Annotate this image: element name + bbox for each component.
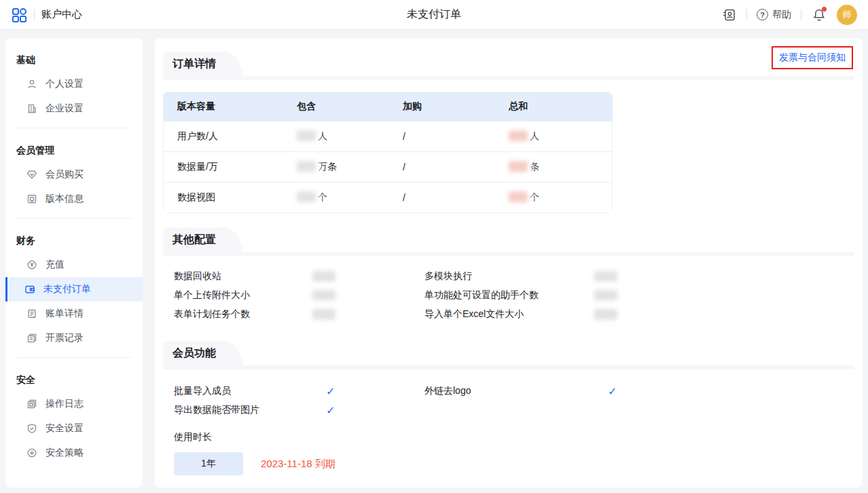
config-value [312, 305, 424, 324]
duration-row: 1年 2023-11-18 到期 [174, 452, 854, 475]
sidebar-item-operation-log[interactable]: 操作日志 [5, 392, 143, 416]
redacted-value [297, 191, 316, 202]
building-icon [26, 103, 37, 114]
total-value: 个 [495, 182, 612, 213]
feature-label: 外链去logo [424, 382, 594, 401]
redacted-value [509, 161, 528, 172]
addon-value: / [389, 151, 495, 182]
divider [746, 10, 747, 20]
config-value [594, 305, 730, 324]
wallet-icon [24, 284, 35, 295]
config-label: 数据回收站 [174, 267, 312, 286]
sidebar-item-unpaid-orders[interactable]: 未支付订单 [5, 277, 143, 302]
other-config-title: 其他配置 [163, 227, 224, 256]
sidebar-item-label: 企业设置 [46, 103, 84, 115]
gem-icon [26, 169, 37, 180]
member-features-header: 会员功能 [163, 341, 854, 369]
sidebar-item-label: 账单详情 [46, 308, 84, 320]
total-value: 人 [495, 121, 612, 151]
sidebar-item-version-info[interactable]: 版本信息 [5, 187, 143, 211]
member-features-title: 会员功能 [163, 341, 224, 369]
config-label: 多模块执行 [424, 267, 594, 286]
config-label: 单个上传附件大小 [174, 286, 312, 305]
duration-label: 使用时长 [174, 429, 854, 445]
order-detail-title: 订单详情 [163, 52, 224, 80]
redacted-value [509, 130, 528, 141]
row-name: 数据量/万 [164, 151, 283, 182]
table-header-row: 版本容量 包含 加购 总和 [164, 92, 612, 121]
check-icon: ✓ [312, 382, 424, 401]
spacer [424, 401, 594, 420]
check-icon: ✓ [312, 401, 424, 420]
sidebar-divider [16, 218, 132, 219]
recharge-icon [26, 259, 37, 270]
row-name: 用户数/人 [164, 121, 283, 151]
config-label: 单功能处可设置的助手个数 [424, 286, 594, 305]
sidebar-item-bill-details[interactable]: 账单详情 [5, 302, 143, 326]
shield-check-icon [26, 423, 37, 434]
sidebar-item-label: 充值 [46, 259, 65, 271]
feature-label: 导出数据能否带图片 [174, 401, 312, 420]
redacted-value [297, 130, 316, 141]
sidebar-item-invoice-records[interactable]: 开票记录 [5, 326, 143, 350]
avatar[interactable]: 师 [837, 5, 857, 25]
row-name: 数据视图 [164, 182, 283, 213]
sidebar-divider [16, 357, 132, 358]
redacted-value [297, 161, 316, 172]
col-header-included: 包含 [283, 92, 389, 121]
included-value: 人 [283, 121, 389, 151]
shield-plus-icon [26, 448, 37, 458]
redacted-value [594, 309, 617, 320]
header-strip [163, 365, 854, 369]
addon-value: / [389, 121, 495, 151]
app-title: 账户中心 [41, 8, 82, 21]
member-features-grid: 批量导入成员 ✓ 外链去logo ✓ 导出数据能否带图片 ✓ [174, 382, 854, 420]
other-config-header: 其他配置 [163, 227, 854, 256]
bell-icon[interactable] [811, 7, 827, 23]
help-button[interactable]: ? 帮助 [757, 9, 791, 21]
main-content: 订单详情 发票与合同须知 版本容量 包含 加购 总和 用户数/人 人 / 人 数… [155, 38, 863, 488]
sidebar-item-label: 个人设置 [46, 78, 84, 90]
sidebar-item-security-policy[interactable]: 安全策略 [5, 441, 143, 465]
config-label: 导入单个Excel文件大小 [424, 305, 594, 324]
org-directory-icon[interactable] [721, 7, 737, 23]
header-strip [163, 76, 854, 80]
top-bar: 账户中心 未支付订单 ? 帮助 师 [0, 0, 868, 30]
sidebar-item-label: 安全策略 [46, 447, 84, 459]
order-detail-header: 订单详情 发票与合同须知 [163, 52, 854, 80]
annotation-red-box: 发票与合同须知 [772, 46, 853, 69]
spacer [594, 401, 730, 420]
topbar-left: 账户中心 [11, 7, 82, 23]
user-icon [26, 79, 37, 90]
sidebar-item-label: 版本信息 [46, 193, 84, 205]
sidebar-item-recharge[interactable]: 充值 [5, 253, 143, 277]
grid-logo-icon[interactable] [11, 7, 27, 23]
table-row: 用户数/人 人 / 人 [164, 121, 612, 151]
total-value: 条 [495, 151, 612, 182]
sidebar-item-member-purchase[interactable]: 会员购买 [5, 162, 143, 187]
addon-value: / [389, 182, 495, 213]
feature-label: 批量导入成员 [174, 382, 312, 401]
sidebar-section-finance: 财务 [5, 225, 143, 253]
header-strip [163, 252, 854, 256]
sidebar-item-label: 操作日志 [46, 398, 84, 410]
sidebar-item-label: 开票记录 [46, 332, 84, 344]
sidebar-item-label: 未支付订单 [43, 283, 91, 295]
sidebar-item-enterprise-settings[interactable]: 企业设置 [5, 96, 143, 121]
duration-1year-button[interactable]: 1年 [174, 452, 243, 475]
redacted-value [594, 290, 617, 301]
sidebar-item-personal-settings[interactable]: 个人设置 [5, 72, 143, 96]
capacity-table: 版本容量 包含 加购 总和 用户数/人 人 / 人 数据量/万 万条 / 条 数… [163, 92, 613, 213]
col-header-total: 总和 [495, 92, 612, 121]
invoice-contract-notice-link[interactable]: 发票与合同须知 [779, 52, 846, 62]
other-config-grid: 数据回收站 多模块执行 单个上传附件大小 单功能处可设置的助手个数 表单计划任务… [174, 267, 854, 324]
sidebar: 基础 个人设置 企业设置 会员管理 会员购买 [5, 38, 143, 488]
redacted-value [312, 290, 336, 301]
redacted-value [594, 271, 617, 282]
sidebar-item-security-settings[interactable]: 安全设置 [5, 416, 143, 441]
col-header-capacity: 版本容量 [164, 92, 283, 121]
redacted-value [312, 271, 336, 282]
notification-dot [822, 7, 827, 12]
config-label: 表单计划任务个数 [174, 305, 312, 324]
config-value [312, 267, 424, 286]
